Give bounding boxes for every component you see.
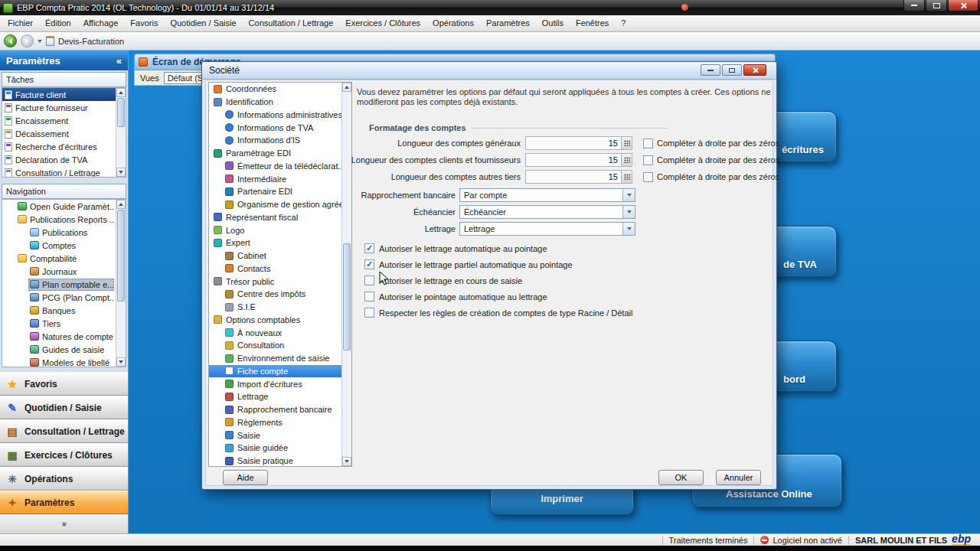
counter-picker-button[interactable] bbox=[621, 171, 632, 183]
navigation-tree-item[interactable]: Plan comptable e... bbox=[2, 278, 126, 291]
option-checkbox[interactable] bbox=[364, 276, 374, 285]
menu-item[interactable]: Fichier bbox=[2, 15, 39, 31]
scroll-up-button[interactable] bbox=[116, 200, 126, 209]
navigation-tree-item[interactable]: Comptes bbox=[2, 239, 126, 252]
scroll-down-button[interactable] bbox=[342, 457, 351, 466]
dropdown-button[interactable] bbox=[622, 223, 635, 235]
option-checkbox[interactable] bbox=[364, 292, 374, 302]
scrollbar-thumb[interactable] bbox=[343, 243, 351, 350]
task-item[interactable]: Consultation / Lettrage bbox=[2, 166, 126, 178]
task-item[interactable]: Facture client bbox=[2, 88, 126, 101]
navigation-tree-item[interactable]: Natures de compte bbox=[2, 330, 126, 343]
settings-tree-item[interactable]: Environnement de saisie bbox=[209, 352, 351, 365]
settings-tree-item[interactable]: Logo bbox=[209, 223, 351, 236]
pad-zeros-checkbox[interactable] bbox=[643, 139, 653, 148]
menu-item[interactable]: Outils bbox=[536, 15, 570, 31]
menu-item[interactable]: ? bbox=[615, 15, 632, 31]
accordion-module-button[interactable]: Exercices / Clôtures bbox=[0, 443, 128, 467]
tasks-scrollbar[interactable] bbox=[116, 88, 126, 177]
settings-tree-item[interactable]: Émetteur de la télédéclarat... bbox=[209, 160, 351, 173]
accordion-module-button[interactable]: Favoris bbox=[0, 372, 128, 396]
history-dropdown-icon[interactable] bbox=[38, 40, 42, 43]
dialog-minimize-button[interactable] bbox=[701, 64, 720, 76]
option-checkbox[interactable] bbox=[364, 308, 374, 318]
menu-item[interactable]: Consultation / Lettrage bbox=[243, 15, 340, 31]
settings-tree-item[interactable]: Lettrage bbox=[209, 390, 351, 403]
settings-tree-item[interactable]: Paramétrage EDI bbox=[209, 147, 351, 160]
menu-item[interactable]: Édition bbox=[39, 15, 77, 31]
task-item[interactable]: Décaissement bbox=[2, 127, 126, 140]
dropdown-button[interactable] bbox=[622, 189, 635, 201]
option-checkbox[interactable] bbox=[364, 243, 374, 253]
settings-tree-item[interactable]: S.I.E bbox=[209, 301, 351, 314]
menu-item[interactable]: Affichage bbox=[77, 15, 125, 31]
accordion-module-button[interactable]: Paramètres bbox=[0, 491, 128, 514]
settings-tree-item[interactable]: Options comptables bbox=[209, 314, 351, 327]
navigation-tree-item[interactable]: PCG (Plan Compt...) bbox=[2, 291, 126, 304]
settings-tree-item[interactable]: Informations administratives bbox=[209, 109, 351, 122]
scroll-up-button[interactable] bbox=[342, 83, 351, 92]
settings-tree-item[interactable]: Consultation bbox=[209, 339, 351, 352]
accordion-module-button[interactable]: Consultation / Lettrage bbox=[0, 419, 128, 443]
forward-button[interactable] bbox=[21, 34, 34, 47]
maximize-button[interactable] bbox=[926, 0, 947, 11]
menu-item[interactable]: Quotidien / Saisie bbox=[164, 15, 242, 31]
menu-item[interactable]: Favoris bbox=[124, 15, 164, 31]
task-item[interactable]: Déclaration de TVA bbox=[2, 153, 126, 166]
navigation-tree-item[interactable]: Publications Reports ... bbox=[2, 213, 126, 226]
counter-picker-button[interactable] bbox=[621, 154, 632, 166]
close-button[interactable] bbox=[948, 0, 978, 11]
length-input[interactable]: 15 bbox=[525, 136, 632, 150]
sidebar-collapse-icon[interactable]: « bbox=[116, 55, 122, 67]
settings-tree-item[interactable]: Saisie guidée bbox=[209, 442, 351, 455]
settings-tree-item[interactable]: Saisie pratique bbox=[209, 455, 351, 467]
navigation-tree-item[interactable]: Journaux bbox=[2, 265, 126, 278]
option-checkbox[interactable] bbox=[364, 259, 374, 269]
navigation-tree-item[interactable]: Guides de saisie bbox=[2, 343, 126, 356]
length-input[interactable]: 15 bbox=[525, 153, 632, 167]
settings-tree-item[interactable]: Expert bbox=[209, 236, 351, 249]
navigation-tree-item[interactable]: Publications bbox=[2, 226, 126, 239]
settings-tree-item[interactable]: Coordonnées bbox=[209, 83, 351, 96]
settings-tree-item[interactable]: Cabinet bbox=[209, 249, 351, 262]
settings-tree-item[interactable]: Représentant fiscal bbox=[209, 211, 351, 224]
settings-tree-item[interactable]: Intermédiaire bbox=[209, 172, 351, 185]
navigation-tree-item[interactable]: Banques bbox=[2, 304, 126, 317]
task-item[interactable]: Recherche d'écritures bbox=[2, 140, 126, 153]
help-button[interactable]: Aide bbox=[223, 470, 268, 485]
ok-button[interactable]: OK bbox=[658, 470, 704, 485]
settings-tree-item[interactable]: Fiche compte bbox=[209, 365, 351, 378]
dialog-close-button[interactable] bbox=[743, 64, 766, 76]
pad-zeros-checkbox[interactable] bbox=[643, 155, 653, 165]
navigation-tree-item[interactable]: Modèles de libellé bbox=[2, 356, 126, 367]
back-button[interactable] bbox=[4, 34, 17, 47]
dropdown-select[interactable]: Échéancier bbox=[459, 205, 635, 219]
menu-item[interactable]: Exercices / Clôtures bbox=[339, 15, 426, 31]
accordion-overflow-button[interactable]: « bbox=[0, 514, 128, 533]
scroll-down-button[interactable] bbox=[116, 357, 126, 367]
navigation-tree-item[interactable]: Comptabilité bbox=[2, 252, 126, 265]
navigation-tree-item[interactable]: Open Guide Paramèt... bbox=[2, 200, 126, 213]
dropdown-select[interactable]: Par compte bbox=[459, 188, 635, 202]
settings-tree-item[interactable]: Organisme de gestion agréé bbox=[209, 198, 351, 211]
pad-zeros-checkbox[interactable] bbox=[643, 172, 653, 182]
settings-tree-item[interactable]: Partenaire EDI bbox=[209, 185, 351, 198]
task-item[interactable]: Facture fournisseur bbox=[2, 101, 126, 114]
dialog-maximize-button[interactable] bbox=[722, 64, 742, 76]
settings-tree-item[interactable]: Centre des impôts bbox=[209, 288, 351, 301]
scrollbar-thumb[interactable] bbox=[117, 210, 125, 302]
minimize-button[interactable] bbox=[903, 0, 925, 11]
scrollbar-thumb[interactable] bbox=[117, 98, 125, 127]
menu-item[interactable]: Paramètres bbox=[480, 15, 536, 31]
settings-tree-item[interactable]: Informations d'IS bbox=[209, 134, 351, 147]
cancel-button[interactable]: Annuler bbox=[716, 470, 761, 485]
settings-tree-item[interactable]: Identification bbox=[209, 96, 351, 109]
dialog-tree-scrollbar[interactable] bbox=[341, 83, 351, 466]
settings-tree-item[interactable]: Rapprochement bancaire bbox=[209, 403, 351, 416]
length-input[interactable]: 15 bbox=[525, 170, 632, 184]
scroll-up-button[interactable] bbox=[116, 88, 126, 97]
menu-item[interactable]: Fenêtres bbox=[570, 15, 615, 31]
navigation-tree-item[interactable]: Tiers bbox=[2, 317, 126, 330]
settings-tree-item[interactable]: Contacts bbox=[209, 262, 351, 276]
settings-tree-item[interactable]: À nouveaux bbox=[209, 326, 351, 339]
